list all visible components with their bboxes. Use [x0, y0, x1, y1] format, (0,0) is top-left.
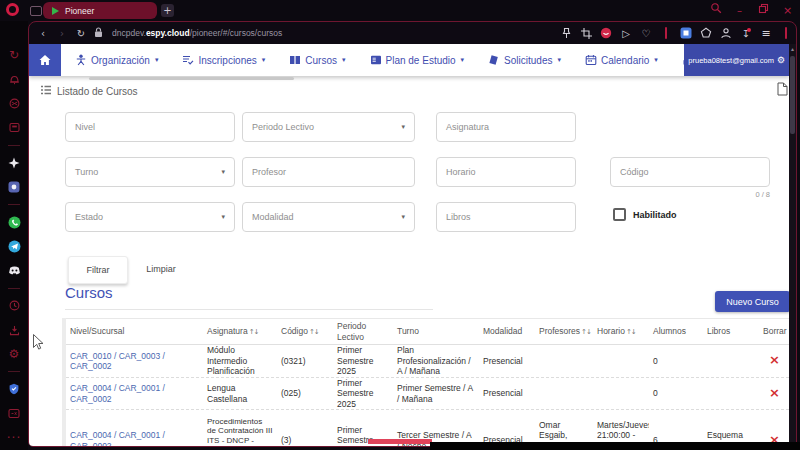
- turno-select[interactable]: Turno▾: [65, 157, 235, 187]
- nivel-input[interactable]: Nivel: [65, 112, 235, 142]
- sort-arrows-icon[interactable]: ↑↓: [249, 328, 259, 336]
- opera-logo-icon[interactable]: [6, 3, 19, 16]
- account-email: prueba08test@gmail.com: [688, 56, 774, 65]
- nav-item-cursos[interactable]: Cursos▾: [289, 54, 345, 66]
- nav-horizontal-scrollbar[interactable]: [89, 77, 294, 80]
- nav-home-button[interactable]: [29, 44, 61, 76]
- chevron-down-icon: ▾: [221, 213, 225, 221]
- forward-button[interactable]: ›: [56, 28, 68, 39]
- cell-nivel-sucursal[interactable]: CAR_0004 / CAR_0001 / CAR_0002: [66, 381, 203, 406]
- field-placeholder: Modalidad: [252, 212, 401, 222]
- badge-icon[interactable]: [600, 26, 612, 40]
- chevron-down-icon: ▾: [342, 56, 346, 64]
- bell-icon[interactable]: [0, 67, 28, 91]
- page-title: Listado de Cursos: [57, 86, 138, 97]
- col-header-profesores[interactable]: Profesores↑↓: [535, 324, 593, 340]
- limpiar-button[interactable]: Limpiar: [135, 256, 187, 282]
- telegram-icon[interactable]: [0, 234, 28, 258]
- field-placeholder: Horario: [446, 167, 566, 177]
- nav-item-solicitudes[interactable]: Solicitudes▾: [488, 54, 561, 66]
- heart-icon[interactable]: ♡: [640, 26, 652, 40]
- page-vertical-scrollbar[interactable]: ▴: [789, 44, 796, 446]
- web-page: Organización▾Inscripciones▾Cursos▾Plan d…: [29, 44, 789, 446]
- export-file-icon[interactable]: [777, 82, 788, 98]
- delete-row-button[interactable]: ×: [759, 386, 789, 402]
- tab-gallery-icon[interactable]: [30, 6, 42, 16]
- courses-table: Nivel/SucursalAsignatura↑↓Código↑↓Period…: [62, 318, 789, 446]
- disc-icon[interactable]: [0, 91, 28, 115]
- search-window-button[interactable]: [708, 2, 723, 18]
- cell-nivel-sucursal[interactable]: CAR_0004 / CAR_0001 / CAR_0002: [66, 428, 203, 446]
- discord-icon[interactable]: [0, 259, 28, 283]
- sort-arrows-icon[interactable]: ↑↓: [309, 328, 319, 336]
- download-icon[interactable]: ↧: [740, 26, 752, 40]
- extension-blue-icon[interactable]: [680, 26, 692, 40]
- field-placeholder: Profesor: [252, 167, 405, 177]
- gx-mods-icon[interactable]: [0, 402, 28, 426]
- pentagon-icon[interactable]: [700, 26, 712, 40]
- pin-icon[interactable]: [560, 26, 572, 40]
- nav-item-plan-de-estudio[interactable]: Plan de Estudio▾: [370, 54, 465, 66]
- overflow-icon[interactable]: ···: [0, 426, 28, 450]
- workspace-icon[interactable]: [0, 175, 28, 199]
- chevron-down-icon: ▾: [155, 56, 159, 64]
- account-settings-icon[interactable]: ⚙: [777, 55, 785, 65]
- browser-panel: ‹ › ↻ dncpdev.espy.cloud/pioneer/#/curso…: [28, 21, 797, 447]
- field-placeholder: Asignatura: [446, 122, 566, 132]
- chevron-down-icon: ▾: [262, 56, 266, 64]
- col-header-libros: Libros: [703, 324, 759, 339]
- nuevo-curso-button[interactable]: Nuevo Curso: [715, 291, 789, 312]
- sort-arrows-icon[interactable]: ↑↓: [581, 328, 591, 336]
- codigo-input[interactable]: Código: [610, 157, 770, 187]
- new-tab-button[interactable]: +: [161, 4, 174, 17]
- horario-input[interactable]: Horario: [436, 157, 576, 187]
- play-icon[interactable]: ▷: [620, 26, 632, 40]
- aria-icon[interactable]: [0, 151, 28, 175]
- estado-select[interactable]: Estado▾: [65, 202, 235, 232]
- close-window-button[interactable]: ×: [780, 2, 795, 19]
- scrollbar-thumb[interactable]: [790, 56, 795, 134]
- history-icon[interactable]: [0, 294, 28, 318]
- sort-arrows-icon[interactable]: ↑↓: [626, 328, 636, 336]
- browser-tab-pioneer[interactable]: Pioneer: [43, 2, 157, 19]
- url-text[interactable]: dncpdev.espy.cloud/pioneer/#/cursos/curs…: [112, 28, 282, 38]
- nav-item-label: Plan de Estudio: [386, 55, 456, 66]
- menu-icon[interactable]: ≡: [760, 26, 772, 40]
- scroll-up-arrow[interactable]: ▴: [789, 44, 796, 53]
- speed-dial-icon[interactable]: [0, 116, 28, 140]
- delete-x-icon[interactable]: ×: [769, 353, 780, 367]
- col-header-nivel-sucursal: Nivel/Sucursal: [66, 324, 203, 339]
- downloads-icon[interactable]: [0, 318, 28, 342]
- asignatura-input[interactable]: Asignatura: [436, 112, 576, 142]
- profesor-input[interactable]: Profesor: [242, 157, 415, 187]
- cell-modalidad: Presencial: [479, 386, 535, 401]
- cell-nivel-sucursal[interactable]: CAR_0010 / CAR_0003 / CAR_0002: [66, 349, 203, 374]
- col-header-horario[interactable]: Horario↑↓: [593, 324, 649, 340]
- libros-input[interactable]: Libros: [436, 202, 576, 232]
- whatsapp-icon[interactable]: [0, 210, 28, 234]
- table-left-scrollbar[interactable]: [62, 318, 66, 446]
- col-header-asignatura[interactable]: Asignatura↑↓: [203, 324, 277, 340]
- reload-button[interactable]: ↻: [75, 28, 87, 39]
- sidebar-divider: [8, 288, 20, 289]
- profile-icon[interactable]: [720, 26, 732, 40]
- nav-item-calendario[interactable]: Calendario▾: [585, 54, 658, 66]
- account-badge[interactable]: prueba08test@gmail.com ⚙: [684, 44, 789, 76]
- crop-icon[interactable]: [580, 26, 592, 40]
- filtrar-button[interactable]: Filtrar: [68, 256, 128, 284]
- habilitado-checkbox[interactable]: [613, 208, 626, 221]
- refresh-icon[interactable]: ↻: [0, 43, 28, 67]
- periodo-lectivo-select[interactable]: Periodo Lectivo▾: [242, 112, 415, 142]
- nav-item-label: Calendario: [601, 55, 649, 66]
- nav-item-inscripciones[interactable]: Inscripciones▾: [182, 54, 265, 66]
- restore-window-button[interactable]: [756, 2, 771, 18]
- delete-row-button[interactable]: ×: [759, 353, 789, 369]
- delete-x-icon[interactable]: ×: [769, 386, 780, 400]
- col-header-c-digo[interactable]: Código↑↓: [277, 324, 333, 340]
- back-button[interactable]: ‹: [37, 28, 49, 39]
- settings-icon[interactable]: ⚙: [0, 342, 28, 366]
- extension-shield-icon[interactable]: [0, 377, 28, 401]
- minimize-window-button[interactable]: –: [732, 2, 747, 19]
- modalidad-select[interactable]: Modalidad▾: [242, 202, 415, 232]
- nav-item-organizaci-n[interactable]: Organización▾: [75, 54, 158, 66]
